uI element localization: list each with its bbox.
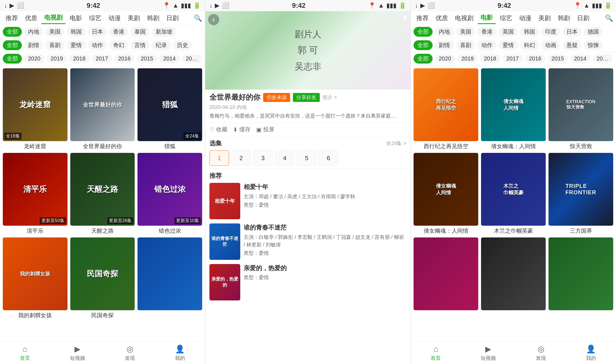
- tab-kr-right[interactable]: 韩剧: [555, 13, 573, 24]
- movie-card-triple[interactable]: TRIPLEFRONTIER 三方国界: [549, 153, 613, 235]
- filter-action-left[interactable]: 动作: [88, 40, 107, 50]
- filter-2015-right[interactable]: 2015: [548, 54, 568, 63]
- filter-2019-right[interactable]: 2019: [458, 54, 478, 63]
- filter-thriller-right[interactable]: 惊悚: [584, 40, 603, 50]
- bottom-video-left[interactable]: ▶ 短视频: [70, 344, 85, 361]
- filter-all-year-right[interactable]: 全部: [414, 54, 433, 64]
- tab-kr-drama-left[interactable]: 韩剧: [144, 13, 162, 24]
- share-friend-btn[interactable]: 分享好友: [293, 93, 320, 102]
- filter-2014-right[interactable]: 2014: [570, 54, 591, 63]
- filter-drama-right[interactable]: 剧情: [435, 40, 454, 50]
- tab-quality-left[interactable]: 优质: [22, 13, 40, 24]
- movie-card-right8[interactable]: [481, 237, 546, 312]
- filter-2018-right[interactable]: 2018: [480, 54, 500, 63]
- bottom-discover-left[interactable]: ◎ 发现: [125, 344, 135, 361]
- filter-comedy-left[interactable]: 喜剧: [45, 40, 64, 50]
- movie-card-qingpingle[interactable]: 清平乐 更新至50集 清平乐: [3, 153, 67, 235]
- movie-card-liehuo[interactable]: 猎狐 全24集 猎狐: [137, 68, 202, 150]
- filter-jp-right[interactable]: 日本: [563, 27, 582, 37]
- rec-item-1[interactable]: 相爱十年 相爱十年 主演：邓超 / 董洁 / 高虎 / 王大治 / 肖雨雨 / …: [209, 183, 406, 219]
- filter-all-genre-left[interactable]: 全部: [3, 40, 22, 50]
- filter-sg-left[interactable]: 新加坡: [152, 27, 176, 37]
- bottom-home-left[interactable]: ⌂ 首页: [20, 345, 30, 361]
- filter-uk-right[interactable]: 英国: [499, 27, 518, 37]
- tab-anime-left[interactable]: 动漫: [106, 13, 123, 24]
- episode-4[interactable]: 4: [275, 150, 295, 166]
- tab-jp-right[interactable]: 日剧: [574, 13, 592, 24]
- filter-2017-right[interactable]: 2017: [503, 54, 523, 63]
- tab-variety-left[interactable]: 综艺: [86, 13, 104, 24]
- rec-item-2[interactable]: 谁的青春不迷茫 谁的青春不迷茫 主演：白敬亭 / 郭姝彤 / 李宏毅 / 王鹤润…: [209, 223, 406, 260]
- filter-mainland-left[interactable]: 内地: [24, 27, 43, 37]
- filter-all-right[interactable]: 全部: [414, 27, 433, 37]
- filter-all-year-left[interactable]: 全部: [3, 54, 22, 64]
- tab-recommend-right[interactable]: 推荐: [414, 13, 431, 24]
- filter-doc-left[interactable]: 纪录: [152, 40, 171, 50]
- episode-6[interactable]: 6: [319, 150, 338, 166]
- filter-mainland-right[interactable]: 内地: [435, 27, 454, 37]
- filter-kr-right[interactable]: 韩国: [520, 27, 539, 37]
- filter-2015-left[interactable]: 2015: [137, 54, 157, 63]
- bottom-video-right[interactable]: ▶ 短视频: [481, 344, 496, 361]
- filter-2016-left[interactable]: 2016: [114, 54, 135, 63]
- movie-card-tianxing[interactable]: 天醒之路 更新至26集 天醒之路: [70, 153, 135, 235]
- cast-btn[interactable]: ▣ 投屏: [256, 126, 274, 133]
- episode-1[interactable]: 1: [209, 150, 229, 166]
- filter-us-left[interactable]: 美国: [45, 27, 64, 37]
- movie-card-longlingmiku[interactable]: 龙岭迷窟 全18集 龙岭迷窟: [3, 68, 67, 150]
- episode-5[interactable]: 5: [297, 150, 316, 166]
- bottom-profile-right[interactable]: 👤 我的: [586, 344, 596, 361]
- episode-3[interactable]: 3: [253, 150, 273, 166]
- filter-romance-right[interactable]: 爱情: [499, 40, 518, 50]
- tab-us-drama-left[interactable]: 美剧: [125, 13, 143, 24]
- filter-2018-left[interactable]: 2018: [69, 54, 90, 63]
- search-icon-left[interactable]: 🔍: [194, 14, 202, 22]
- tab-tv-left[interactable]: 电视剧: [41, 12, 66, 24]
- filter-romance-left[interactable]: 爱情: [67, 40, 86, 50]
- movie-card-xixingji[interactable]: 西行纪之再见悟空 西行纪之再见悟空: [414, 68, 478, 150]
- cache-btn[interactable]: ⬇ 缓存: [233, 126, 251, 133]
- bottom-discover-right[interactable]: ◎ 发现: [536, 344, 546, 361]
- tab-recommend-left[interactable]: 推荐: [3, 13, 21, 24]
- search-icon-right[interactable]: 🔍: [605, 14, 613, 22]
- tab-quality-right[interactable]: 优质: [433, 13, 451, 24]
- bottom-home-right[interactable]: ⌂ 首页: [431, 345, 441, 361]
- movie-card-qiannv2[interactable]: 倩女幽魂人间情 倩女幽魂：人间情: [414, 153, 478, 235]
- filter-2020-left[interactable]: 2020: [24, 54, 45, 63]
- episodes-count[interactable]: 全24集 >: [386, 140, 406, 147]
- movie-card-quanshijie[interactable]: 全世界最好的你 全世界最好的你: [70, 68, 135, 150]
- filter-history-left[interactable]: 历史: [173, 40, 192, 50]
- filter-india-right[interactable]: 印度: [541, 27, 560, 37]
- filter-fantasy-left[interactable]: 奇幻: [109, 40, 128, 50]
- filter-us-right[interactable]: 美国: [456, 27, 475, 37]
- filter-drama-left[interactable]: 剧情: [24, 40, 43, 50]
- filter-more-year-left[interactable]: 20…: [182, 54, 202, 63]
- filter-all-genre-right[interactable]: 全部: [414, 40, 433, 50]
- filter-2020-right[interactable]: 2020: [435, 54, 455, 63]
- rec-item-3[interactable]: 亲爱的，热爱的 亲爱的，热爱的 类型：爱情: [209, 264, 406, 300]
- video-player[interactable]: ‹ 剧片人 郭 可 吴志非 ⬆: [205, 11, 410, 90]
- movie-card-qiannv1[interactable]: 倩女幽魂人间情 倩女幽魂：人间情: [481, 68, 546, 150]
- share-video-icon[interactable]: ⬆: [402, 14, 408, 22]
- tab-movie-left[interactable]: 电影: [67, 13, 85, 24]
- filter-comedy-right[interactable]: 喜剧: [456, 40, 475, 50]
- movie-card-right9[interactable]: [549, 237, 613, 312]
- movie-card-ironman[interactable]: [414, 237, 478, 312]
- movie-card-unknown-left[interactable]: [137, 237, 202, 319]
- filter-action-right[interactable]: 动作: [477, 40, 496, 50]
- filter-hk-left[interactable]: 香港: [109, 27, 128, 37]
- collect-btn[interactable]: ♡ 收藏: [209, 126, 227, 133]
- episode-2[interactable]: 2: [231, 150, 251, 166]
- filter-2019-left[interactable]: 2019: [47, 54, 67, 63]
- filter-th-left[interactable]: 泰国: [130, 27, 150, 37]
- filter-romance2-left[interactable]: 言情: [130, 40, 150, 50]
- filter-more-year-right[interactable]: 20…: [593, 54, 612, 63]
- tab-us-right[interactable]: 美剧: [536, 13, 554, 24]
- tab-jp-drama-left[interactable]: 日剧: [164, 13, 181, 24]
- movie-card-mulan[interactable]: 木兰之巾帼英豪 木兰之巾帼英豪: [481, 153, 546, 235]
- movie-card-extraction[interactable]: EXTRACTION惊天营救 惊天营救: [549, 68, 613, 150]
- filter-all-region-left[interactable]: 全部: [3, 27, 22, 37]
- filter-de-right[interactable]: 德国: [584, 27, 603, 37]
- filter-kr-left[interactable]: 韩国: [67, 27, 86, 37]
- tab-variety-right[interactable]: 综艺: [497, 13, 515, 24]
